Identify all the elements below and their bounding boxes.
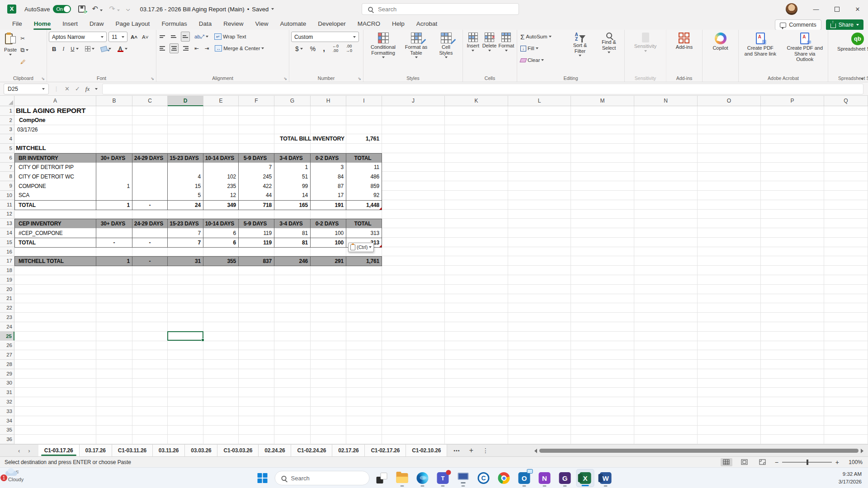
cell-value[interactable]: 859 bbox=[346, 181, 382, 191]
row-header-11[interactable]: 11 bbox=[0, 200, 14, 210]
cell-value[interactable]: 31 bbox=[168, 257, 203, 266]
cell-value[interactable]: 5 bbox=[168, 191, 203, 200]
minimize-button[interactable]: — bbox=[806, 0, 826, 18]
cell-value[interactable]: 24 bbox=[168, 201, 203, 210]
taskbar-search-input[interactable]: Search bbox=[275, 471, 370, 485]
delete-cells-button[interactable]: ✕ Delete bbox=[481, 32, 497, 52]
bottom-align-button[interactable] bbox=[181, 32, 190, 42]
cell-value[interactable]: 7 bbox=[168, 228, 203, 238]
font-name-select[interactable]: Aptos Narrow bbox=[49, 32, 107, 42]
cell-value[interactable]: 3-4 DAYS bbox=[274, 154, 311, 163]
middle-align-button[interactable] bbox=[170, 32, 178, 42]
cell-value[interactable]: 5-9 DAYS bbox=[239, 219, 274, 228]
insert-cells-button[interactable]: Insert bbox=[465, 32, 481, 52]
table-row[interactable]: #CEP_COMPONE7611981100313 bbox=[14, 228, 382, 238]
saved-caret-icon[interactable] bbox=[271, 8, 274, 10]
underline-caret-icon[interactable] bbox=[76, 48, 79, 50]
comments-button[interactable]: Comments bbox=[775, 19, 821, 30]
column-header-M[interactable]: M bbox=[571, 96, 634, 106]
cell-value[interactable] bbox=[132, 191, 168, 200]
cell-value[interactable]: 92 bbox=[346, 191, 382, 200]
ribbon-tab-page-layout[interactable]: Page Layout bbox=[111, 19, 155, 29]
taskbar-icon-teams[interactable]: T bbox=[434, 469, 452, 487]
conditional-formatting-button[interactable]: Conditional Formatting bbox=[367, 32, 400, 59]
sheet-options-icon[interactable]: ⋮ bbox=[482, 447, 489, 454]
column-header-G[interactable]: G bbox=[274, 96, 311, 106]
scrollbar-thumb[interactable] bbox=[539, 449, 859, 453]
selected-cell[interactable] bbox=[167, 331, 203, 341]
column-header-A[interactable]: A bbox=[14, 96, 96, 106]
ribbon-tab-formulas[interactable]: Formulas bbox=[156, 19, 192, 29]
redo-button[interactable]: ↷ bbox=[109, 5, 120, 13]
spreadsheet-grid[interactable]: ABCDEFGHIJKLMNOPQ 1234567891011121314151… bbox=[0, 96, 868, 444]
clock[interactable]: 9:32 AM 3/17/2026 bbox=[839, 470, 862, 485]
ribbon-tab-acrobat[interactable]: Acrobat bbox=[411, 19, 443, 29]
row-header-3[interactable]: 3 bbox=[0, 125, 14, 135]
table-total-row[interactable]: TOTAL--7611981100313 bbox=[14, 238, 382, 248]
cell-value[interactable]: 3-4 DAYS bbox=[274, 219, 311, 228]
cell-label[interactable]: #CEP_COMPONE bbox=[15, 228, 96, 238]
sheet-tab-02.17.26[interactable]: 02.17.26 bbox=[332, 445, 365, 456]
cell-value[interactable]: - bbox=[132, 257, 168, 266]
column-header-Q[interactable]: Q bbox=[824, 96, 868, 106]
sheet-tab-C1-03.11.26[interactable]: C1-03.11.26 bbox=[112, 445, 153, 456]
fill-handle[interactable] bbox=[201, 338, 204, 342]
document-title[interactable]: 03.17.26 - 2026 Bill Aging Report (Main)… bbox=[140, 6, 274, 13]
zoom-out-icon[interactable]: − bbox=[775, 459, 778, 466]
cell-value[interactable]: 10-14 DAYS bbox=[203, 219, 239, 228]
cell-value[interactable]: 30+ DAYS bbox=[96, 154, 132, 163]
cell-value[interactable] bbox=[96, 191, 132, 200]
format-cells-button[interactable]: Format bbox=[498, 32, 515, 52]
select-all-corner[interactable] bbox=[0, 96, 14, 106]
cancel-icon[interactable]: ✕ bbox=[65, 85, 70, 92]
taskbar-icon-edge[interactable] bbox=[414, 469, 432, 487]
horizontal-scrollbar[interactable] bbox=[534, 448, 863, 453]
font-size-select[interactable]: 11 bbox=[108, 32, 127, 42]
row-header-19[interactable]: 19 bbox=[0, 275, 14, 285]
ribbon-tab-draw[interactable]: Draw bbox=[85, 19, 109, 29]
zoom-track[interactable] bbox=[782, 462, 832, 463]
cell-value[interactable]: 165 bbox=[274, 201, 311, 210]
row-header-9[interactable]: 9 bbox=[0, 181, 14, 191]
shrink-font-button[interactable]: A˅ bbox=[141, 32, 150, 42]
cell-value[interactable]: 24-29 DAYS bbox=[132, 154, 168, 163]
table-row[interactable]: CITY OF DETROIT PIP71311 bbox=[14, 163, 382, 173]
row-header-5[interactable]: 5 bbox=[0, 144, 14, 153]
enter-icon[interactable]: ✓ bbox=[75, 85, 80, 92]
cell-label[interactable]: BR INVENTORY bbox=[15, 154, 96, 163]
format-as-table-button[interactable]: Format as Table bbox=[401, 32, 431, 59]
number-dialog-launcher-icon[interactable]: ⇘ bbox=[358, 76, 361, 81]
taskbar-icon-task-view[interactable] bbox=[373, 469, 391, 487]
cell-value[interactable]: 119 bbox=[239, 238, 274, 247]
ribbon-tab-file[interactable]: File bbox=[7, 19, 27, 29]
row-header-36[interactable]: 36 bbox=[0, 435, 14, 444]
ribbon-tab-home[interactable]: Home bbox=[29, 19, 56, 29]
taskbar-icon-quickbooks-time[interactable]: G bbox=[556, 469, 574, 487]
bold-button[interactable]: B bbox=[51, 44, 57, 54]
page-break-preview-button[interactable] bbox=[757, 458, 769, 466]
zoom-slider[interactable]: − + bbox=[775, 459, 839, 466]
cell-label[interactable]: MITCHELL TOTAL bbox=[15, 257, 96, 266]
column-header-P[interactable]: P bbox=[761, 96, 824, 106]
borders-caret-icon[interactable] bbox=[92, 48, 94, 50]
find-select-button[interactable]: Find & Select bbox=[596, 32, 622, 65]
merge-center-button[interactable]: Merge & Center bbox=[213, 43, 265, 53]
zoom-in-icon[interactable]: + bbox=[835, 459, 839, 466]
align-center-button[interactable] bbox=[170, 43, 179, 53]
ribbon-tab-macro[interactable]: MACRO bbox=[353, 19, 385, 29]
sheet-tab-C1-02.10.26[interactable]: C1-02.10.26 bbox=[406, 445, 447, 456]
cell-value[interactable] bbox=[132, 228, 168, 238]
cell-value[interactable]: 15-23 DAYS bbox=[168, 219, 203, 228]
cell-value[interactable]: 191 bbox=[311, 201, 346, 210]
row-header-2[interactable]: 2 bbox=[0, 116, 14, 125]
cell-value[interactable]: 51 bbox=[274, 172, 311, 181]
row-header-4[interactable]: 4 bbox=[0, 134, 14, 144]
avatar[interactable] bbox=[786, 3, 797, 15]
cell-value[interactable]: 3 bbox=[311, 163, 346, 172]
sheet-tab-C1-03.03.26[interactable]: C1-03.03.26 bbox=[217, 445, 259, 456]
font-color-caret-icon[interactable] bbox=[125, 48, 127, 50]
weather-widget[interactable]: 1 19°F Cloudy bbox=[5, 469, 24, 483]
accounting-format-button[interactable]: $ bbox=[294, 44, 304, 54]
wrap-text-button[interactable]: Wrap Text bbox=[213, 32, 247, 42]
scroll-right-icon[interactable] bbox=[861, 449, 863, 453]
